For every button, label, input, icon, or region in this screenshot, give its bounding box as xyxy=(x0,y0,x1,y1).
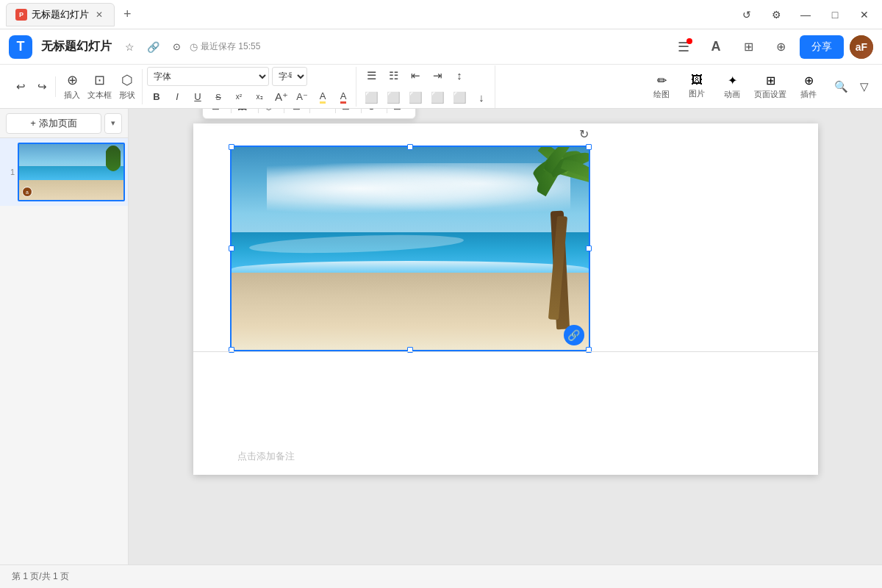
add-page-button[interactable]: + 添加页面 xyxy=(6,113,101,134)
window-controls: ↺ ⚙ — □ ✕ xyxy=(735,3,876,26)
resize-handle-ml[interactable] xyxy=(229,245,234,251)
title-bar: P 无标题幻灯片 ✕ + ↺ ⚙ — □ ✕ xyxy=(0,0,882,29)
resize-handle-tl[interactable] xyxy=(229,144,234,150)
indent-decrease-button[interactable]: ⇤ xyxy=(405,65,426,86)
selected-image[interactable]: ↻ 🔗 xyxy=(230,146,590,351)
font-format-section: 字体 B I U S x² x₂ 字号 A⁺ A⁻ A A xyxy=(144,67,356,107)
tab-close-button[interactable]: ✕ xyxy=(93,9,105,21)
slide-item-1[interactable]: 1 a xyxy=(0,138,128,206)
subscript-button[interactable]: x₂ xyxy=(250,87,269,107)
textbox-button[interactable]: ⊡ 文本框 xyxy=(85,69,115,104)
document-title: 无标题幻灯片 xyxy=(41,39,112,54)
add-tab-button[interactable]: + xyxy=(119,7,136,22)
unordered-list-button[interactable]: ☰ xyxy=(361,65,381,86)
resize-handle-tm[interactable] xyxy=(407,144,413,150)
shape-format-button[interactable]: ⬡▾ xyxy=(262,109,281,115)
image-tab[interactable]: 🖼 图片 xyxy=(681,69,713,104)
more-align-button[interactable]: ↓ xyxy=(471,87,492,108)
page-settings-tab[interactable]: ⊞ 页面设置 xyxy=(751,69,789,104)
maximize-button[interactable]: □ xyxy=(823,3,847,26)
slide-thumbnail-1[interactable]: a xyxy=(18,143,125,201)
underline-button[interactable]: U xyxy=(188,87,207,107)
indent-increase-button[interactable]: ⇥ xyxy=(427,65,448,86)
history-button[interactable]: ⊙ xyxy=(166,37,187,57)
user-avatar[interactable]: aF xyxy=(850,35,873,59)
ft-divider-7 xyxy=(387,109,387,113)
add-page-dropdown-button[interactable]: ▾ xyxy=(104,113,122,134)
menu-button[interactable]: ☰ xyxy=(670,34,697,60)
insert-group: ⊕ 插入 ⊡ 文本框 ⬡ 形状 xyxy=(57,69,143,104)
superscript-button[interactable]: x² xyxy=(229,87,248,107)
header-right: ☰ A ⊞ ⊕ 分享 aF xyxy=(670,34,873,60)
list-align-section: ☰ ☷ ⇤ ⇥ ↕ ⬜ ⬜ ⬜ ⬜ ⬜ ↓ xyxy=(358,65,495,108)
slides-sidebar: + 添加页面 ▾ 1 a xyxy=(0,109,129,564)
italic-button[interactable]: I xyxy=(168,87,187,107)
column-layout-button[interactable]: ⬜ xyxy=(449,87,470,108)
add-user-button[interactable]: ⊕ xyxy=(767,34,794,60)
expand-button[interactable]: ▽ xyxy=(854,76,875,97)
redo-button[interactable]: ↪ xyxy=(32,76,52,97)
align-right-button[interactable]: ⬜ xyxy=(405,87,426,108)
highlight-button[interactable]: A xyxy=(313,87,332,107)
image-effect-button[interactable]: 🖼▾ xyxy=(234,109,255,115)
link-button[interactable]: 🔗 xyxy=(143,37,163,57)
thumb-sand xyxy=(19,180,123,200)
shape-button[interactable]: ⬡ 形状 xyxy=(115,69,139,104)
slide-canvas[interactable]: ⊞▾ 🖼▾ ⬡▾ ⊟ ✏▾ xyxy=(193,123,818,475)
refresh-button[interactable]: ↺ xyxy=(735,3,759,26)
undo-button[interactable]: ↩ xyxy=(10,76,31,97)
toolbar-right-tabs: ✏ 绘图 🖼 图片 ✦ 动画 ⊞ 页面设置 ⊕ 插件 🔍 ▽ xyxy=(645,69,875,104)
minimize-button[interactable]: — xyxy=(794,3,817,26)
image-content xyxy=(232,147,589,350)
insert-button[interactable]: ⊕ 插入 xyxy=(60,69,84,104)
position-button[interactable]: ⊕▾ xyxy=(365,109,384,115)
page-info: 第 1 页/共 1 页 xyxy=(12,570,69,583)
slide-thumb-content: a xyxy=(19,144,123,200)
font-size-decrease-button[interactable]: A⁻ xyxy=(293,87,312,107)
comment-placeholder: 点击添加备注 xyxy=(237,450,295,463)
resize-handle-mr[interactable] xyxy=(586,245,592,251)
active-tab[interactable]: P 无标题幻灯片 ✕ xyxy=(6,3,115,26)
main-area: + 添加页面 ▾ 1 a xyxy=(0,109,882,564)
text-color-button[interactable]: A xyxy=(334,87,353,107)
text-format-button[interactable]: A xyxy=(703,34,729,60)
template-button[interactable]: ⊞ xyxy=(735,34,761,60)
star-button[interactable]: ☆ xyxy=(119,37,140,57)
ordered-list-button[interactable]: ☷ xyxy=(383,65,404,86)
status-bar: 第 1 页/共 1 页 xyxy=(0,564,882,588)
size-button[interactable]: ⊟▾ xyxy=(390,109,409,115)
align-distribute-button[interactable]: ⊟▾ xyxy=(339,109,358,115)
share-button[interactable]: 分享 xyxy=(800,35,844,59)
border-button[interactable]: ⊟ xyxy=(287,109,306,115)
ft-divider-1 xyxy=(231,109,232,113)
crop-button[interactable]: ⊞▾ xyxy=(209,109,228,115)
resize-handle-tr[interactable] xyxy=(586,144,592,150)
doc-action-icons: ☆ 🔗 ⊙ ◷ 最近保存 15:55 xyxy=(119,37,260,57)
rotate-handle[interactable]: ↻ xyxy=(577,126,592,141)
palm-trunk-2 xyxy=(548,216,567,320)
app-logo: T xyxy=(9,35,32,59)
animation-tab[interactable]: ✦ 动画 xyxy=(716,69,748,104)
font-size-select[interactable]: 字号 xyxy=(272,67,307,86)
font-size-increase-button[interactable]: A⁺ xyxy=(272,87,291,107)
line-spacing-button[interactable]: ↕ xyxy=(449,65,470,86)
align-justify-button[interactable]: ⬜ xyxy=(427,87,448,108)
plugin-tab[interactable]: ⊕ 插件 xyxy=(792,69,825,104)
align-center-button[interactable]: ⬜ xyxy=(383,87,404,108)
ai-edit-button[interactable]: 🔗 xyxy=(564,325,584,345)
align-left-button[interactable]: ⬜ xyxy=(361,87,381,108)
search-button[interactable]: 🔍 xyxy=(831,76,851,97)
list-icons-row: ☰ ☷ ⇤ ⇥ ↕ xyxy=(361,65,492,86)
draw-style-button[interactable]: ✏▾ xyxy=(313,109,332,115)
drawing-tab[interactable]: ✏ 绘图 xyxy=(645,69,678,104)
slide-divider xyxy=(193,351,818,352)
add-page-bar: + 添加页面 ▾ xyxy=(0,109,128,138)
align-icons-row: ⬜ ⬜ ⬜ ⬜ ⬜ ↓ xyxy=(361,87,492,108)
palm-tree-2 xyxy=(523,147,589,320)
close-button[interactable]: ✕ xyxy=(853,3,876,26)
menu-bar: T 无标题幻灯片 ☆ 🔗 ⊙ ◷ 最近保存 15:55 ☰ A ⊞ ⊕ 分享 a… xyxy=(0,29,882,65)
font-family-select[interactable]: 字体 xyxy=(147,67,269,86)
settings-button[interactable]: ⚙ xyxy=(764,3,788,26)
strikethrough-button[interactable]: S xyxy=(209,87,228,107)
bold-button[interactable]: B xyxy=(147,87,166,107)
